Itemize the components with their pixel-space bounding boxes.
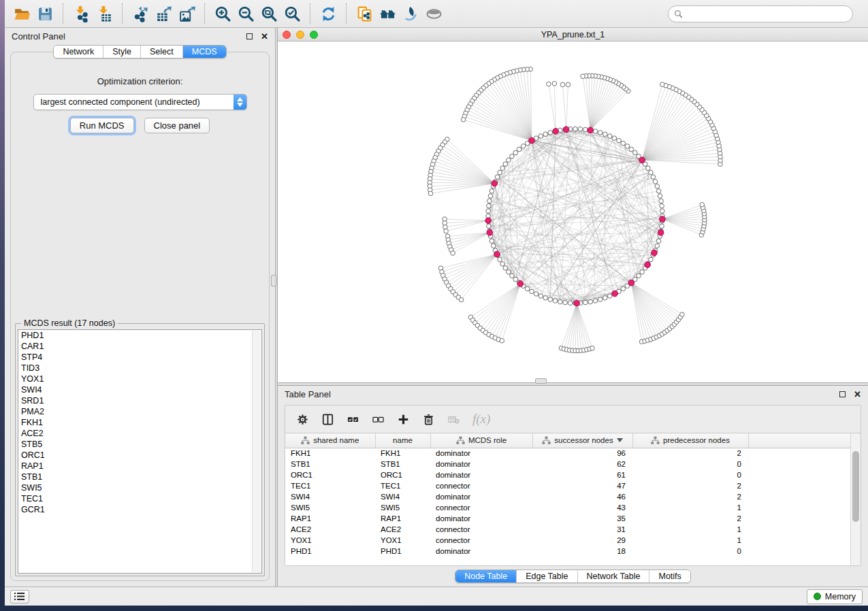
table-cell: TEC1 [375, 480, 430, 491]
table-row[interactable]: STB1STB1dominator620 [285, 459, 852, 469]
mcds-result-list[interactable]: PHD1CAR1STP4TID3YOX1SWI4SRD1PMA2FKH1ACE2… [18, 329, 262, 574]
splitter-grip[interactable] [271, 275, 276, 286]
close-panel-icon[interactable]: ✕ [854, 390, 861, 399]
control-panel-tabs: NetworkStyleSelectMCDS [5, 45, 275, 59]
select-all-icon[interactable] [347, 413, 359, 426]
close-panel-button[interactable]: Close panel [144, 118, 210, 133]
deselect-all-icon[interactable] [372, 413, 385, 426]
vertical-splitter[interactable] [275, 28, 278, 587]
zoom-in-icon[interactable] [211, 3, 234, 24]
show-panels-button[interactable] [10, 590, 29, 604]
result-list-item[interactable]: GCR1 [18, 504, 261, 515]
export-table-icon[interactable] [152, 3, 175, 24]
memory-button[interactable]: Memory [807, 589, 863, 604]
table-cell: ACE2 [285, 524, 375, 535]
criterion-select[interactable]: largest connected component (undirected) [33, 94, 247, 110]
splitter-grip[interactable] [535, 378, 547, 384]
result-list-scrollbar[interactable] [252, 331, 261, 572]
tab-mcds[interactable]: MCDS [183, 46, 226, 58]
result-list-item[interactable]: FKH1 [18, 417, 261, 428]
result-list-item[interactable]: STP4 [18, 352, 261, 363]
table-row[interactable]: ACE2ACE2connector311 [285, 524, 852, 535]
column-header-shared-name[interactable]: shared name [285, 433, 375, 448]
result-list-item[interactable]: ACE2 [18, 428, 261, 439]
table-row[interactable]: RAP1RAP1dominator352 [285, 513, 852, 524]
tab-edge-table[interactable]: Edge Table [517, 570, 577, 582]
table-container: f(x) shared namenameMCDS rolesuccessor n… [285, 405, 861, 566]
column-header-predecessor-nodes[interactable]: predecessor nodes [632, 433, 748, 448]
table-cell: TEC1 [285, 480, 375, 491]
result-list-item[interactable]: CAR1 [18, 341, 261, 352]
refresh-layout-icon[interactable] [317, 3, 340, 24]
zoom-out-icon[interactable] [234, 3, 257, 24]
mcds-tab-content: Optimization criterion: largest connecte… [10, 52, 270, 581]
table-row[interactable]: FKH1FKH1dominator962 [285, 448, 852, 459]
show-graphics-details-icon[interactable] [422, 3, 445, 24]
table-cell: dominator [430, 469, 532, 480]
table-cell: PHD1 [285, 546, 375, 557]
result-list-item[interactable]: STB5 [18, 439, 261, 450]
search-input[interactable] [687, 9, 847, 18]
result-list-item[interactable]: TEC1 [18, 493, 261, 504]
result-list-item[interactable]: TID3 [18, 363, 261, 374]
close-panel-icon[interactable]: ✕ [261, 32, 268, 41]
tab-style[interactable]: Style [103, 46, 141, 58]
import-table-icon[interactable] [93, 3, 116, 24]
table-row[interactable]: SWI5SWI5connector431 [285, 502, 852, 513]
hide-graphics-details-icon[interactable] [399, 3, 422, 24]
add-column-icon[interactable] [397, 413, 410, 426]
export-network-icon[interactable] [129, 3, 152, 24]
tab-network[interactable]: Network [54, 46, 103, 58]
open-file-icon[interactable] [10, 3, 33, 24]
table-cell: connector [430, 502, 532, 513]
column-header-successor-nodes[interactable]: successor nodes [532, 433, 632, 448]
result-list-item[interactable]: STB1 [18, 472, 261, 482]
table-cell: 29 [532, 535, 632, 546]
search-box[interactable] [668, 5, 853, 22]
column-header-MCDS-role[interactable]: MCDS role [430, 433, 532, 448]
scrollbar-thumb[interactable] [852, 451, 859, 522]
result-list-item[interactable]: SWI5 [18, 482, 261, 493]
table-cell [748, 524, 852, 535]
result-list-item[interactable]: PMA2 [18, 406, 261, 417]
network-window-titlebar[interactable]: YPA_prune.txt_1 [278, 28, 868, 42]
float-panel-icon[interactable] [246, 33, 253, 39]
table-row[interactable]: YOX1YOX1connector291 [285, 535, 852, 546]
network-home-icon[interactable] [376, 3, 399, 24]
column-header-name[interactable]: name [375, 433, 430, 448]
settings-gear-icon[interactable] [296, 413, 309, 426]
result-list-item[interactable]: RAP1 [18, 461, 261, 472]
import-network-icon[interactable] [69, 3, 93, 24]
network-canvas[interactable] [278, 42, 868, 382]
show-columns-icon[interactable] [321, 413, 334, 426]
result-list-item[interactable]: YOX1 [18, 374, 261, 384]
function-builder-icon: f(x) [472, 412, 490, 427]
node-table[interactable]: shared namenameMCDS rolesuccessor nodesp… [285, 433, 861, 565]
export-image-icon[interactable] [175, 3, 198, 24]
table-cell: 1 [632, 502, 748, 513]
save-session-icon[interactable] [33, 3, 57, 24]
run-mcds-button[interactable]: Run MCDS [70, 118, 134, 133]
table-cell [748, 546, 852, 557]
horizontal-splitter[interactable] [278, 382, 868, 386]
float-panel-icon[interactable] [839, 391, 846, 397]
clone-network-icon[interactable] [353, 3, 376, 24]
zoom-selected-icon[interactable] [280, 3, 304, 24]
table-scrollbar[interactable] [850, 433, 861, 565]
result-list-item[interactable]: PHD1 [18, 330, 261, 341]
result-list-item[interactable]: ORC1 [18, 450, 261, 461]
tab-network-table[interactable]: Network Table [578, 570, 650, 582]
table-row[interactable]: PHD1PHD1dominator180 [285, 546, 852, 557]
tab-select[interactable]: Select [141, 46, 183, 58]
tab-node-table[interactable]: Node Table [455, 570, 517, 582]
result-list-item[interactable]: SWI4 [18, 384, 261, 395]
table-row[interactable]: TEC1TEC1connector472 [285, 480, 852, 491]
main-area: Control Panel ✕ NetworkStyleSelectMCDS O… [5, 28, 868, 587]
delete-column-icon[interactable] [422, 413, 435, 426]
table-toolbar: f(x) [285, 406, 861, 433]
table-row[interactable]: SWI4SWI4dominator462 [285, 491, 852, 502]
table-row[interactable]: ORC1ORC1dominator610 [285, 469, 852, 480]
tab-motifs[interactable]: Motifs [649, 570, 690, 582]
result-list-item[interactable]: SRD1 [18, 395, 261, 406]
zoom-fit-icon[interactable] [257, 3, 280, 24]
